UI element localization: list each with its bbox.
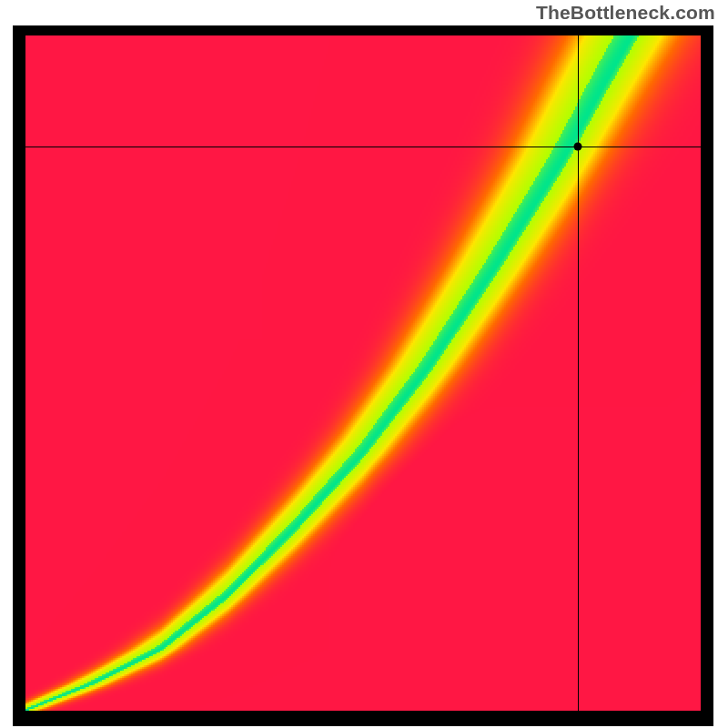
watermark-text: TheBottleneck.com: [536, 2, 715, 24]
crosshair-horizontal: [25, 147, 701, 147]
bottleneck-heatmap: [25, 35, 701, 711]
selection-marker: [573, 142, 581, 150]
crosshair-vertical: [578, 35, 579, 711]
plot-frame: [13, 25, 713, 726]
